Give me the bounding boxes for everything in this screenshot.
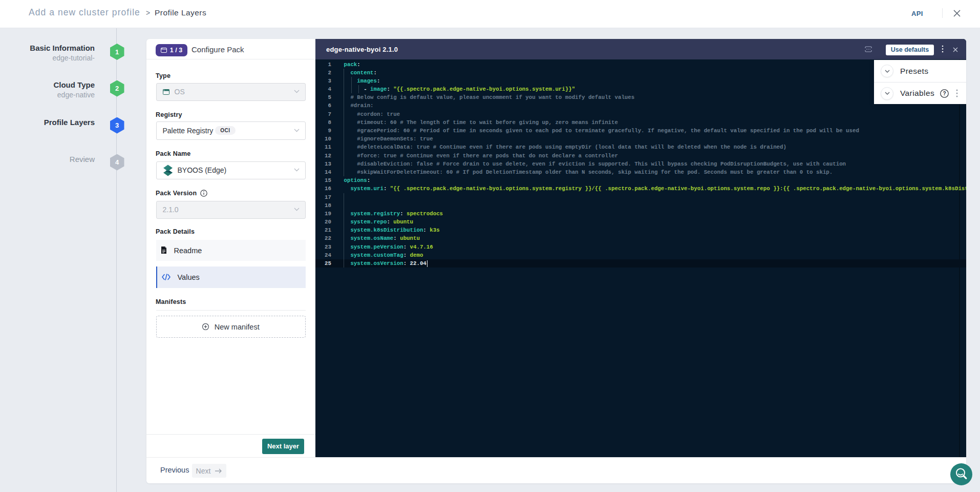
svg-text:?: ? <box>943 91 946 96</box>
